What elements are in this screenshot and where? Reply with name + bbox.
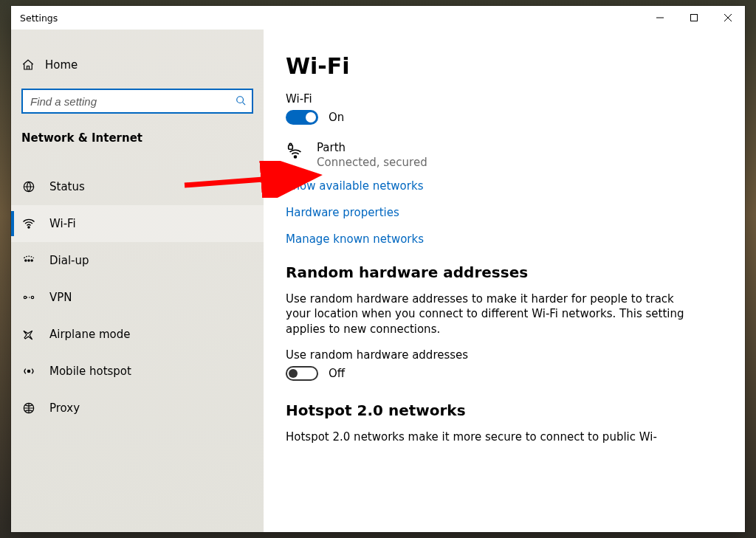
- sidebar-item-label: VPN: [49, 291, 72, 304]
- maximize-button[interactable]: [677, 6, 711, 30]
- sidebar-item-hotspot[interactable]: Mobile hotspot: [11, 353, 264, 390]
- sidebar-item-label: Proxy: [49, 401, 80, 415]
- window-title: Settings: [20, 13, 58, 24]
- link-manage-known-networks[interactable]: Manage known networks: [286, 232, 720, 246]
- hotspot20-heading: Hotspot 2.0 networks: [286, 401, 720, 419]
- link-show-networks[interactable]: Show available networks: [286, 179, 720, 193]
- svg-rect-0: [691, 15, 698, 21]
- link-hardware-properties[interactable]: Hardware properties: [286, 206, 720, 219]
- random-hw-heading: Random hardware addresses: [286, 263, 720, 281]
- sidebar-item-airplane[interactable]: Airplane mode: [11, 316, 264, 353]
- sidebar-home[interactable]: Home: [11, 50, 264, 80]
- page-title: Wi-Fi: [286, 53, 720, 79]
- svg-point-11: [295, 156, 297, 158]
- svg-point-4: [25, 260, 27, 261]
- vpn-icon: [21, 291, 36, 304]
- sidebar-item-label: Dial-up: [49, 254, 89, 267]
- sidebar-category-title: Network & Internet: [11, 121, 264, 151]
- svg-point-9: [27, 370, 30, 372]
- main-content: Wi-Fi Wi-Fi On Parth Connected, secured: [264, 30, 745, 532]
- dialup-icon: [21, 254, 36, 267]
- random-hw-body: Use random hardware addresses to make it…: [286, 292, 699, 337]
- wifi-icon: [21, 217, 36, 230]
- sidebar-item-proxy[interactable]: Proxy: [11, 390, 264, 427]
- sidebar-item-wifi[interactable]: Wi-Fi: [11, 205, 264, 242]
- svg-point-1: [237, 96, 244, 103]
- svg-point-5: [28, 260, 30, 261]
- close-button[interactable]: [711, 6, 745, 30]
- sidebar-item-label: Status: [49, 180, 85, 193]
- hotspot-icon: [21, 365, 36, 378]
- window-controls: [643, 6, 745, 30]
- minimize-button[interactable]: [643, 6, 677, 30]
- wifi-toggle-state: On: [329, 111, 344, 124]
- sidebar: Home Network & Internet: [11, 30, 264, 532]
- svg-point-8: [31, 296, 33, 298]
- sidebar-item-label: Airplane mode: [49, 328, 131, 341]
- sidebar-item-status[interactable]: Status: [11, 168, 264, 205]
- airplane-icon: [21, 328, 36, 341]
- sidebar-item-vpn[interactable]: VPN: [11, 279, 264, 316]
- sidebar-item-label: Wi-Fi: [49, 217, 76, 230]
- sidebar-item-label: Mobile hotspot: [49, 365, 131, 378]
- current-network[interactable]: Parth Connected, secured: [286, 141, 720, 169]
- sidebar-home-label: Home: [45, 58, 78, 72]
- sidebar-nav: Status Wi-Fi: [11, 151, 264, 427]
- wifi-secured-icon: [286, 142, 305, 162]
- svg-point-7: [24, 296, 26, 298]
- wifi-toggle-label: Wi-Fi: [286, 92, 720, 106]
- search-icon: [236, 95, 246, 108]
- wifi-toggle[interactable]: [286, 110, 318, 125]
- hotspot20-body: Hotspot 2.0 networks make it more secure…: [286, 430, 699, 444]
- titlebar: Settings: [11, 6, 745, 30]
- network-name: Parth: [317, 141, 427, 154]
- svg-point-6: [31, 260, 32, 261]
- network-status: Connected, secured: [317, 156, 427, 169]
- status-icon: [21, 180, 36, 193]
- search-input-wrap[interactable]: [21, 89, 253, 114]
- home-icon: [21, 58, 35, 72]
- sidebar-item-dialup[interactable]: Dial-up: [11, 242, 264, 279]
- svg-rect-12: [289, 145, 293, 150]
- random-hw-toggle[interactable]: [286, 366, 318, 381]
- settings-window: Settings Home: [11, 6, 745, 532]
- search-input[interactable]: [30, 95, 236, 108]
- random-hw-toggle-label: Use random hardware addresses: [286, 348, 720, 362]
- svg-point-3: [28, 227, 30, 228]
- random-hw-toggle-state: Off: [329, 367, 345, 380]
- proxy-icon: [21, 401, 36, 415]
